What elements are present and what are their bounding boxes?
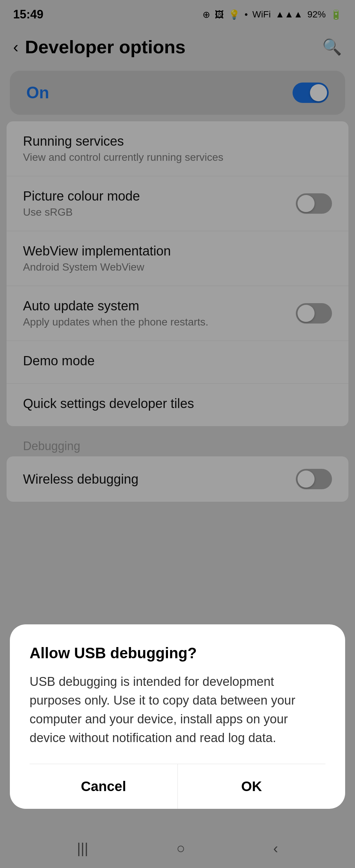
- usb-debugging-dialog: Allow USB debugging? USB debugging is in…: [10, 624, 345, 809]
- ok-button[interactable]: OK: [178, 764, 326, 809]
- dialog-body: USB debugging is intended for developmen…: [30, 672, 325, 747]
- dialog-buttons: Cancel OK: [30, 764, 325, 809]
- dialog-title: Allow USB debugging?: [30, 644, 325, 662]
- cancel-button[interactable]: Cancel: [30, 764, 178, 809]
